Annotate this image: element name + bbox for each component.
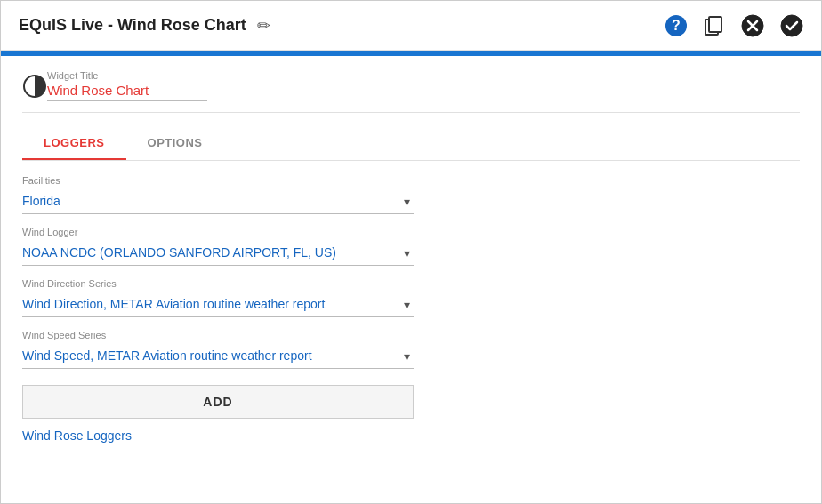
close-circle-icon[interactable] xyxy=(741,14,764,37)
divider xyxy=(22,112,800,113)
help-icon[interactable]: ? xyxy=(665,14,688,37)
tab-options[interactable]: OPTIONS xyxy=(126,127,224,160)
wind-logger-group: Wind Logger NOAA NCDC (ORLANDO SANFORD A… xyxy=(22,227,800,266)
wind-direction-group: Wind Direction Series Wind Direction, ME… xyxy=(22,278,800,317)
window-title: EQuIS Live - Wind Rose Chart xyxy=(19,16,246,35)
wind-speed-select-wrapper: Wind Speed, METAR Aviation routine weath… xyxy=(22,343,414,369)
wind-logger-label: Wind Logger xyxy=(22,227,800,237)
wind-direction-select[interactable]: Wind Direction, METAR Aviation routine w… xyxy=(22,292,414,317)
wind-rose-loggers-link[interactable]: Wind Rose Loggers xyxy=(22,428,132,443)
svg-point-7 xyxy=(781,15,802,36)
facilities-group: Facilities Florida ▾ xyxy=(22,175,800,214)
wind-logger-select[interactable]: NOAA NCDC (ORLANDO SANFORD AIRPORT, FL, … xyxy=(22,240,414,266)
facilities-select-wrapper: Florida ▾ xyxy=(22,188,414,214)
content-area: Widget Title Wind Rose Chart LOGGERS OPT… xyxy=(1,56,821,503)
widget-title-value: Wind Rose Chart xyxy=(47,83,207,101)
main-window: EQuIS Live - Wind Rose Chart ✏ ? xyxy=(0,0,822,504)
add-button[interactable]: ADD xyxy=(22,385,414,419)
confirm-circle-icon[interactable] xyxy=(780,14,803,37)
facilities-label: Facilities xyxy=(22,175,800,186)
wind-logger-select-wrapper: NOAA NCDC (ORLANDO SANFORD AIRPORT, FL, … xyxy=(22,240,414,266)
facilities-select[interactable]: Florida xyxy=(22,188,414,214)
wind-direction-select-wrapper: Wind Direction, METAR Aviation routine w… xyxy=(22,292,414,317)
wind-speed-select[interactable]: Wind Speed, METAR Aviation routine weath… xyxy=(22,343,414,369)
widget-title-label: Widget Title xyxy=(47,70,207,81)
title-bar-icons: ? xyxy=(665,14,803,37)
title-bar: EQuIS Live - Wind Rose Chart ✏ ? xyxy=(1,1,821,51)
wind-direction-label: Wind Direction Series xyxy=(22,278,800,289)
add-button-wrapper: ADD xyxy=(22,385,414,419)
tab-loggers[interactable]: LOGGERS xyxy=(22,127,126,160)
widget-title-field: Widget Title Wind Rose Chart xyxy=(47,70,207,101)
widget-title-row: Widget Title Wind Rose Chart xyxy=(22,70,800,101)
svg-text:?: ? xyxy=(672,18,681,33)
edit-icon[interactable]: ✏ xyxy=(257,16,270,36)
copy-icon[interactable] xyxy=(704,15,725,36)
contrast-icon xyxy=(22,74,47,99)
wind-speed-group: Wind Speed Series Wind Speed, METAR Avia… xyxy=(22,330,800,369)
wind-speed-label: Wind Speed Series xyxy=(22,330,800,340)
svg-rect-3 xyxy=(709,17,721,32)
tabs-container: LOGGERS OPTIONS xyxy=(22,127,800,161)
